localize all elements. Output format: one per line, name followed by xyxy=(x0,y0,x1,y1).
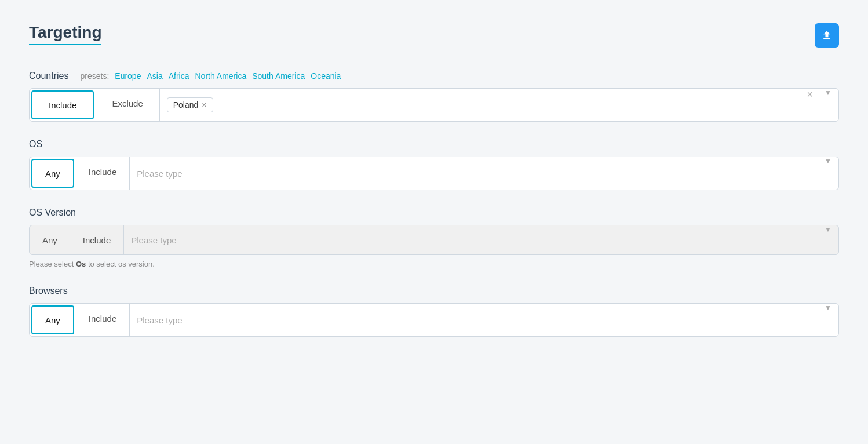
countries-section: Countries presets: Europe Asia Africa No… xyxy=(29,71,839,122)
os-version-toggle-group: Any Include xyxy=(30,225,124,254)
os-section: OS Any Include Please type ▼ xyxy=(29,139,839,190)
os-version-hint: Please select Os to select os version. xyxy=(29,260,839,268)
os-version-placeholder: Please type xyxy=(131,235,176,245)
os-any-button[interactable]: Any xyxy=(31,159,74,188)
browsers-any-button[interactable]: Any xyxy=(31,305,74,334)
countries-clear-button[interactable]: × xyxy=(803,89,818,121)
browsers-include-button[interactable]: Include xyxy=(76,304,129,333)
preset-asia[interactable]: Asia xyxy=(147,71,162,81)
os-version-hint-bold: Os xyxy=(76,260,86,268)
os-version-dropdown-arrow: ▼ xyxy=(818,225,838,254)
os-dropdown-arrow[interactable]: ▼ xyxy=(818,157,838,190)
browsers-tag-input[interactable]: Please type xyxy=(130,304,818,336)
countries-label: Countries xyxy=(29,71,68,81)
os-label: OS xyxy=(29,139,839,150)
os-include-button[interactable]: Include xyxy=(76,157,129,186)
poland-tag-label: Poland xyxy=(173,100,199,110)
os-version-tag-input: Please type xyxy=(124,225,818,254)
preset-south-america[interactable]: South America xyxy=(252,71,305,81)
browsers-input-row: Any Include Please type ▼ xyxy=(29,303,839,337)
page-container: Targeting Countries presets: Europe Asia… xyxy=(0,0,868,444)
os-version-section: OS Version Any Include Please type ▼ Ple… xyxy=(29,208,839,268)
browsers-section: Browsers Any Include Please type ▼ xyxy=(29,286,839,337)
countries-header: Countries presets: Europe Asia Africa No… xyxy=(29,71,839,81)
presets-label: presets: xyxy=(80,71,109,81)
browsers-dropdown-arrow[interactable]: ▼ xyxy=(818,304,838,336)
countries-toggle-group: Include Exclude xyxy=(30,89,160,121)
os-toggle-group: Any Include xyxy=(30,157,130,190)
os-version-any-button[interactable]: Any xyxy=(30,225,70,254)
header: Targeting xyxy=(29,23,839,48)
preset-north-america[interactable]: North America xyxy=(195,71,246,81)
preset-africa[interactable]: Africa xyxy=(169,71,189,81)
os-tag-input[interactable]: Please type xyxy=(130,157,818,190)
poland-tag: Poland × xyxy=(167,97,213,112)
preset-europe[interactable]: Europe xyxy=(115,71,141,81)
os-version-include-button[interactable]: Include xyxy=(70,225,123,254)
os-version-input-row: Any Include Please type ▼ xyxy=(29,225,839,255)
browsers-placeholder: Please type xyxy=(137,315,182,325)
countries-input-row: Include Exclude Poland × × ▼ xyxy=(29,88,839,122)
os-version-label: OS Version xyxy=(29,208,839,218)
page-title: Targeting xyxy=(29,23,101,45)
countries-exclude-button[interactable]: Exclude xyxy=(96,89,159,118)
countries-include-button[interactable]: Include xyxy=(31,90,94,119)
os-version-hint-suffix: to select os version. xyxy=(86,260,155,268)
browsers-label: Browsers xyxy=(29,286,839,296)
upload-icon xyxy=(821,30,833,41)
countries-tag-input[interactable]: Poland × xyxy=(160,89,803,121)
os-input-row: Any Include Please type ▼ xyxy=(29,157,839,190)
preset-oceania[interactable]: Oceania xyxy=(311,71,341,81)
browsers-toggle-group: Any Include xyxy=(30,304,130,336)
os-version-hint-prefix: Please select xyxy=(29,260,76,268)
upload-button[interactable] xyxy=(815,23,839,48)
os-placeholder: Please type xyxy=(137,169,182,179)
poland-tag-remove[interactable]: × xyxy=(202,101,206,109)
countries-dropdown-arrow[interactable]: ▼ xyxy=(818,89,838,121)
